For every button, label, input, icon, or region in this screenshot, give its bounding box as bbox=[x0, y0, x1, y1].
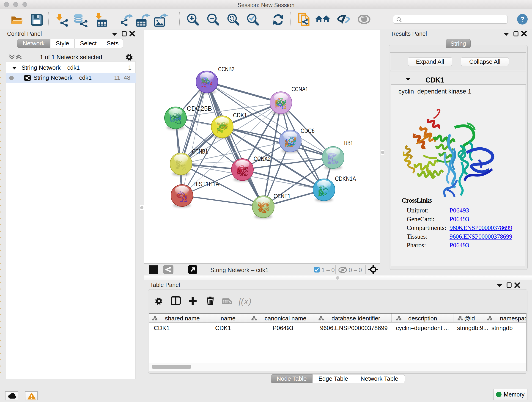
svg-text:HIST1H1A: HIST1H1A bbox=[193, 180, 219, 187]
svg-text:RB1: RB1 bbox=[344, 139, 353, 147]
svg-text:CDK1: CDK1 bbox=[233, 112, 247, 119]
svg-text:CCNB2: CCNB2 bbox=[218, 65, 234, 73]
svg-text:?: ? bbox=[520, 15, 525, 23]
svg-text:CDC25B: CDC25B bbox=[187, 105, 212, 112]
svg-text:CCNB1: CCNB1 bbox=[192, 148, 208, 155]
svg-text:CCNA1: CCNA1 bbox=[291, 85, 308, 93]
svg-text:CCNA2: CCNA2 bbox=[254, 155, 271, 162]
svg-text:CCNE1: CCNE1 bbox=[273, 192, 291, 200]
svg-text:CDC6: CDC6 bbox=[301, 127, 315, 134]
svg-text:CDKN1A: CDKN1A bbox=[335, 175, 356, 182]
